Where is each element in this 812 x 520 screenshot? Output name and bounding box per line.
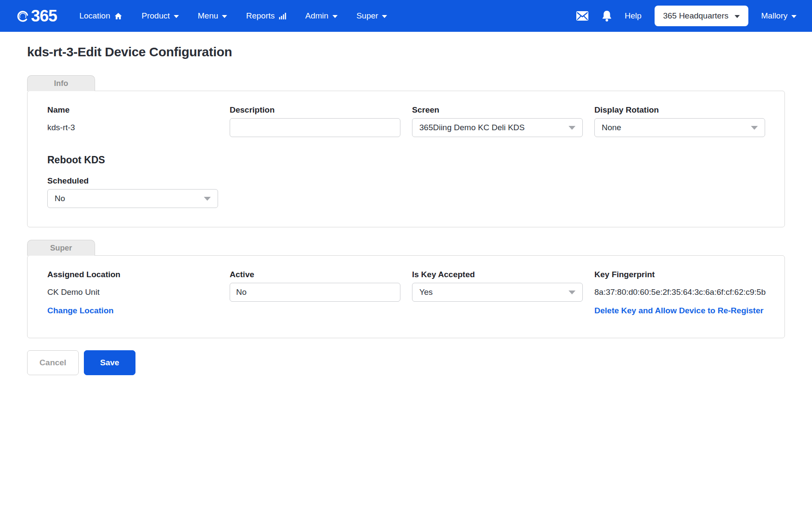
super-fields-row: Assigned Location CK Demo Unit Change Lo… (47, 270, 765, 315)
nav-item-product[interactable]: Product (141, 11, 178, 21)
scheduled-label: Scheduled (47, 176, 765, 186)
home-icon (114, 12, 123, 20)
info-fields-row: Name kds-rt-3 Description Screen 365Diin… (47, 105, 765, 137)
chevron-down-icon (222, 15, 227, 18)
nav-label-admin: Admin (305, 11, 329, 21)
form-actions: Cancel Save (27, 350, 785, 375)
display-rotation-label: Display Rotation (594, 105, 765, 115)
org-selector-label: 365 Headquarters (663, 11, 729, 21)
field-active: Active (230, 270, 400, 315)
nav-item-reports[interactable]: Reports (246, 11, 286, 21)
nav-label-super: Super (357, 11, 378, 21)
name-value: kds-rt-3 (47, 118, 218, 137)
main-content: kds-rt-3-Edit Device Configuration Info … (0, 45, 812, 375)
chevron-down-icon (332, 15, 338, 18)
name-label: Name (47, 105, 218, 115)
reboot-kds-heading: Reboot KDS (47, 154, 765, 166)
save-button[interactable]: Save (84, 350, 135, 375)
description-label: Description (230, 105, 400, 115)
is-key-accepted-label: Is Key Accepted (412, 270, 583, 279)
main-nav: Location Product Menu Reports (79, 11, 387, 21)
scheduled-dropdown[interactable]: No (47, 189, 218, 208)
super-panel: Assigned Location CK Demo Unit Change Lo… (27, 255, 785, 338)
chevron-down-icon (791, 15, 797, 18)
tab-info[interactable]: Info (27, 75, 95, 91)
info-panel: Name kds-rt-3 Description Screen 365Diin… (27, 91, 785, 227)
tab-super[interactable]: Super (27, 240, 95, 256)
field-assigned-location: Assigned Location CK Demo Unit Change Lo… (47, 270, 218, 315)
key-fingerprint-label: Key Fingerprint (594, 270, 766, 279)
scheduled-dropdown-value: No (55, 194, 65, 203)
page-title: kds-rt-3-Edit Device Configuration (27, 45, 785, 59)
chevron-down-icon (569, 126, 575, 130)
chevron-down-icon (174, 15, 179, 18)
field-key-fingerprint: Key Fingerprint 8a:37:80:d0:60:5e:2f:35:… (594, 270, 766, 315)
nav-item-admin[interactable]: Admin (305, 11, 338, 21)
nav-label-location: Location (79, 11, 110, 21)
field-name: Name kds-rt-3 (47, 105, 218, 137)
nav-label-menu: Menu (198, 11, 218, 21)
field-screen: Screen 365Diing Demo KC Deli KDS (412, 105, 583, 137)
active-label: Active (230, 270, 400, 279)
logo-text: 365 (31, 7, 57, 25)
is-key-accepted-dropdown-value: Yes (419, 288, 433, 297)
description-input[interactable] (230, 118, 400, 137)
screen-dropdown-value: 365Diing Demo KC Deli KDS (419, 123, 525, 132)
info-section: Info Name kds-rt-3 Description Screen 36… (27, 75, 785, 227)
screen-label: Screen (412, 105, 583, 115)
is-key-accepted-dropdown[interactable]: Yes (412, 283, 583, 302)
app-logo[interactable]: 365 (15, 7, 57, 25)
chevron-down-icon (735, 15, 740, 18)
super-section: Super Assigned Location CK Demo Unit Cha… (27, 239, 785, 338)
mail-icon[interactable] (576, 11, 589, 21)
assigned-location-value: CK Demo Unit (47, 283, 218, 302)
bell-icon[interactable] (602, 10, 612, 22)
nav-label-reports: Reports (246, 11, 275, 21)
field-is-key-accepted: Is Key Accepted Yes (412, 270, 583, 315)
nav-item-menu[interactable]: Menu (198, 11, 228, 21)
key-fingerprint-value: 8a:37:80:d0:60:5e:2f:35:64:3c:6a:6f:cf:6… (594, 283, 766, 302)
nav-item-super[interactable]: Super (357, 11, 388, 21)
bar-chart-icon (279, 12, 286, 20)
org-selector-button[interactable]: 365 Headquarters (655, 6, 748, 26)
field-scheduled: Scheduled No (47, 176, 765, 208)
active-input[interactable] (230, 283, 400, 302)
change-location-link[interactable]: Change Location (47, 306, 114, 315)
user-menu[interactable]: Mallory (761, 11, 797, 21)
field-display-rotation: Display Rotation None (594, 105, 765, 137)
top-navbar: 365 Location Product Menu Reports (0, 0, 812, 32)
display-rotation-dropdown-value: None (602, 123, 621, 132)
chevron-down-icon (751, 126, 758, 130)
help-link[interactable]: Help (625, 11, 642, 21)
chevron-down-icon (204, 197, 211, 201)
screen-dropdown[interactable]: 365Diing Demo KC Deli KDS (412, 118, 583, 137)
chevron-down-icon (382, 15, 387, 18)
navbar-right: Help 365 Headquarters Mallory (576, 6, 797, 26)
cancel-button[interactable]: Cancel (27, 350, 79, 375)
delete-key-link[interactable]: Delete Key and Allow Device to Re-Regist… (594, 306, 763, 315)
display-rotation-dropdown[interactable]: None (594, 118, 765, 137)
field-description: Description (230, 105, 400, 137)
help-label: Help (625, 11, 642, 21)
nav-label-product: Product (141, 11, 169, 21)
chevron-down-icon (569, 291, 575, 294)
logo-ring-icon (15, 9, 30, 23)
user-name-label: Mallory (761, 11, 787, 21)
assigned-location-label: Assigned Location (47, 270, 218, 279)
nav-item-location[interactable]: Location (79, 11, 123, 21)
